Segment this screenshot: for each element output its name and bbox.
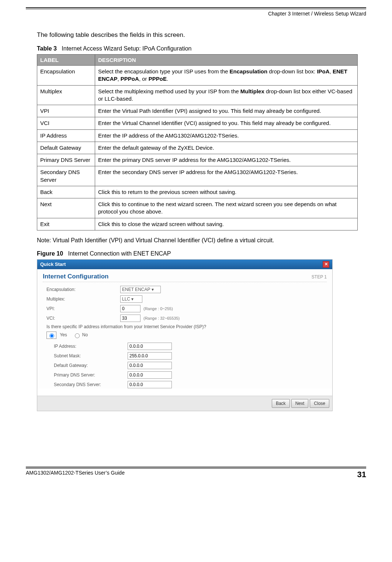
gateway-label: Default Gateway: bbox=[43, 363, 128, 368]
row-desc: Enter the IP address of the AMG1302/AMG1… bbox=[95, 129, 358, 142]
table-row: Encapsulation Select the encapsulation t… bbox=[37, 66, 358, 86]
row-label: Back bbox=[37, 186, 95, 198]
vpi-hint: (Range : 0~255) bbox=[143, 306, 173, 311]
section-title: Internet Configuration bbox=[43, 273, 108, 280]
row-desc: Click this to close the wizard screen wi… bbox=[95, 218, 358, 230]
row-desc: Enter the primary DNS server IP address … bbox=[95, 154, 358, 166]
intro-text: The following table describes the fields… bbox=[37, 31, 366, 39]
sdns-label: Secondary DNS Server: bbox=[43, 382, 128, 387]
radio-yes-label: Yes bbox=[60, 332, 67, 337]
close-button[interactable]: Close bbox=[310, 399, 329, 408]
row-label: Multiplex bbox=[37, 85, 95, 105]
radio-no[interactable] bbox=[75, 333, 80, 338]
radio-yes[interactable] bbox=[49, 333, 54, 338]
figure-number: Figure 10 bbox=[37, 250, 63, 257]
encapsulation-select[interactable]: ENET ENCAP ▾ bbox=[120, 286, 161, 293]
table-caption: Table 3 Internet Access Wizard Setup: IP… bbox=[37, 45, 366, 52]
table-row: Back Click this to return to the previou… bbox=[37, 186, 358, 198]
row-desc: Enter the default gateway of the ZyXEL D… bbox=[95, 142, 358, 154]
figure-screenshot: Quick Start ✕ Internet Configuration STE… bbox=[37, 259, 333, 411]
encapsulation-label: Encapsulation: bbox=[43, 287, 120, 292]
table-row: Primary DNS Server Enter the primary DNS… bbox=[37, 154, 358, 166]
gateway-input[interactable] bbox=[128, 362, 172, 369]
vpi-input[interactable] bbox=[120, 305, 141, 312]
step-indicator: STEP 1 bbox=[312, 274, 327, 280]
table-row: Next Click this to continue to the next … bbox=[37, 198, 358, 218]
multiplex-label: Multiplex: bbox=[43, 296, 120, 302]
vci-hint: (Range : 32~65535) bbox=[143, 316, 180, 320]
figure-caption: Figure 10 Internet Connection with ENET … bbox=[37, 250, 366, 257]
row-label: IP Address bbox=[37, 129, 95, 142]
table-title: Internet Access Wizard Setup: IPoA Confi… bbox=[62, 45, 191, 52]
isp-question: Is there specific IP address information… bbox=[43, 324, 327, 329]
row-desc: Enter the secondary DNS server IP addres… bbox=[95, 166, 358, 186]
multiplex-select[interactable]: LLC ▾ bbox=[120, 295, 142, 303]
footer-guide: AMG1302/AMG1202-TSeries User’s Guide bbox=[26, 470, 125, 479]
row-label: Encapsulation bbox=[37, 66, 95, 86]
back-button[interactable]: Back bbox=[272, 399, 290, 408]
dialog-title: Quick Start bbox=[40, 261, 66, 267]
note-text: Note: Virtual Path Identifier (VPI) and … bbox=[37, 237, 366, 244]
table-row: Default Gateway Enter the default gatewa… bbox=[37, 142, 358, 154]
row-label: Exit bbox=[37, 218, 95, 230]
row-label: Default Gateway bbox=[37, 142, 95, 154]
row-desc: Click this to continue to the next wizar… bbox=[95, 198, 358, 218]
row-desc: Select the encapsulation type your ISP u… bbox=[95, 66, 358, 86]
vci-label: VCI: bbox=[43, 316, 120, 321]
row-label: VCI bbox=[37, 117, 95, 129]
row-label: VPI bbox=[37, 105, 95, 117]
row-desc: Enter the Virtual Path Identifier (VPI) … bbox=[95, 105, 358, 117]
radio-no-label: No bbox=[82, 332, 88, 337]
description-table: LABEL DESCRIPTION Encapsulation Select t… bbox=[37, 54, 358, 230]
table-row: Multiplex Select the multiplexing method… bbox=[37, 85, 358, 105]
pdns-label: Primary DNS Server: bbox=[43, 372, 128, 378]
subnet-input[interactable] bbox=[128, 352, 172, 360]
table-row: IP Address Enter the IP address of the A… bbox=[37, 129, 358, 142]
vpi-label: VPI: bbox=[43, 306, 120, 311]
figure-title: Internet Connection with ENET ENCAP bbox=[68, 250, 171, 257]
row-desc: Click this to return to the previous scr… bbox=[95, 186, 358, 198]
col-description: DESCRIPTION bbox=[95, 55, 358, 66]
table-row: VCI Enter the Virtual Channel Identifier… bbox=[37, 117, 358, 129]
next-button[interactable]: Next bbox=[291, 399, 309, 408]
sdns-input[interactable] bbox=[128, 381, 172, 388]
subnet-label: Subnet Mask: bbox=[43, 353, 128, 358]
table-row: VPI Enter the Virtual Path Identifier (V… bbox=[37, 105, 358, 117]
ip-input[interactable] bbox=[128, 343, 172, 350]
table-row: Exit Click this to close the wizard scre… bbox=[37, 218, 358, 230]
table-number: Table 3 bbox=[37, 45, 57, 52]
row-label: Primary DNS Server bbox=[37, 154, 95, 166]
chapter-header: Chapter 3 Internet / Wireless Setup Wiza… bbox=[26, 11, 366, 17]
row-label: Secondary DNS Server bbox=[37, 166, 95, 186]
row-desc: Enter the Virtual Channel Identifier (VC… bbox=[95, 117, 358, 129]
pdns-input[interactable] bbox=[128, 371, 172, 379]
page-number: 31 bbox=[357, 470, 366, 479]
col-label: LABEL bbox=[37, 55, 95, 66]
row-label: Next bbox=[37, 198, 95, 218]
table-row: Secondary DNS Server Enter the secondary… bbox=[37, 166, 358, 186]
vci-input[interactable] bbox=[120, 315, 141, 322]
close-icon[interactable]: ✕ bbox=[323, 261, 329, 268]
row-desc: Select the multiplexing method used by y… bbox=[95, 85, 358, 105]
ip-label: IP Address: bbox=[43, 344, 128, 349]
